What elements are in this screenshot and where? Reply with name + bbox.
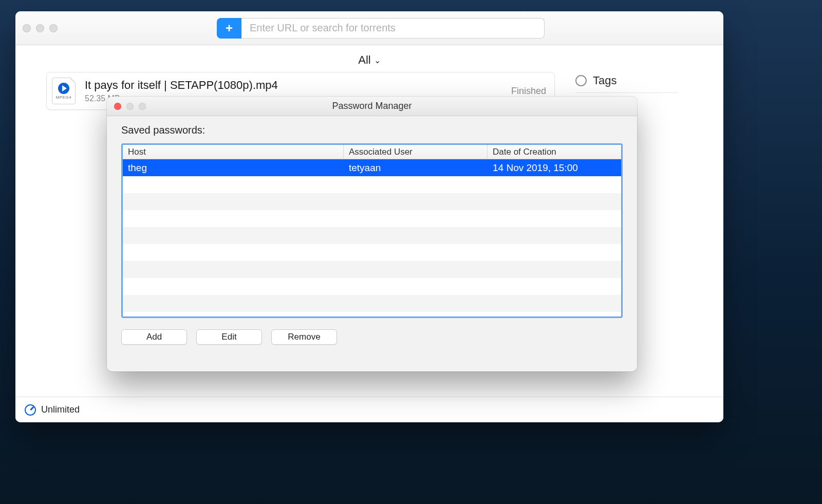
cell-user: tetyaan: [344, 159, 488, 176]
modal-minimize-icon[interactable]: [126, 103, 134, 110]
table-row[interactable]: [123, 176, 621, 193]
table-body: theg tetyaan 14 Nov 2019, 15:00: [123, 159, 621, 316]
table-row[interactable]: theg tetyaan 14 Nov 2019, 15:00: [123, 159, 621, 176]
table-row[interactable]: [123, 295, 621, 312]
window-controls: [23, 24, 58, 32]
chevron-down-icon: ⌄: [374, 55, 381, 65]
add-url-button[interactable]: +: [217, 18, 241, 39]
modal-zoom-icon[interactable]: [139, 103, 146, 110]
speed-gauge-icon[interactable]: [25, 404, 36, 416]
table-row[interactable]: [123, 244, 621, 261]
table-row[interactable]: [123, 193, 621, 210]
remove-button[interactable]: Remove: [271, 329, 337, 345]
table-header: Host Associated User Date of Creation: [123, 145, 621, 159]
column-date[interactable]: Date of Creation: [488, 145, 621, 159]
toolbar: +: [15, 11, 723, 45]
download-status: Finished: [511, 86, 546, 97]
filter-dropdown[interactable]: All ⌄: [358, 53, 380, 67]
sidebar: Tags: [575, 72, 678, 93]
file-type-label: MPEG4: [56, 95, 72, 100]
table-row[interactable]: [123, 210, 621, 227]
tags-label: Tags: [593, 74, 616, 87]
cell-date: 14 Nov 2019, 15:00: [488, 159, 621, 176]
close-window-icon[interactable]: [23, 24, 31, 32]
table-row[interactable]: [123, 278, 621, 295]
column-user[interactable]: Associated User: [344, 145, 488, 159]
modal-close-icon[interactable]: [114, 103, 121, 110]
tags-header[interactable]: Tags: [575, 74, 678, 93]
passwords-table: Host Associated User Date of Creation th…: [121, 143, 623, 318]
modal-window-controls: [114, 103, 146, 110]
column-host[interactable]: Host: [123, 145, 344, 159]
play-icon: [58, 83, 69, 94]
status-bar: Unlimited: [15, 397, 723, 422]
plus-icon: +: [226, 22, 233, 34]
password-manager-window: Password Manager Saved passwords: Host A…: [107, 97, 637, 371]
section-heading: Saved passwords:: [121, 124, 623, 136]
table-row[interactable]: [123, 227, 621, 244]
file-type-icon: MPEG4: [52, 78, 76, 104]
search-group: +: [217, 18, 545, 39]
download-title: It pays for itself | SETAPP(1080p).mp4: [85, 79, 502, 92]
cell-host: theg: [123, 159, 344, 176]
table-row[interactable]: [123, 261, 621, 278]
speed-label: Unlimited: [41, 404, 80, 415]
modal-actions: Add Edit Remove: [121, 318, 623, 345]
zoom-window-icon[interactable]: [49, 24, 58, 32]
minimize-window-icon[interactable]: [36, 24, 44, 32]
edit-button[interactable]: Edit: [196, 329, 262, 345]
add-button[interactable]: Add: [121, 329, 187, 345]
modal-title: Password Manager: [332, 101, 412, 111]
filter-row: All ⌄: [46, 50, 693, 72]
modal-body: Saved passwords: Host Associated User Da…: [107, 116, 637, 371]
search-input[interactable]: [241, 18, 545, 39]
modal-titlebar: Password Manager: [107, 97, 637, 116]
filter-label: All: [358, 53, 370, 67]
tag-circle-icon: [575, 75, 587, 86]
